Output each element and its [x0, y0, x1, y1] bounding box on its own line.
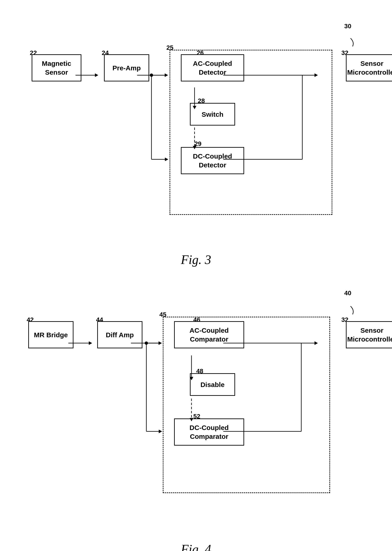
disable-block: Disable [190, 373, 235, 396]
svg-point-4 [150, 73, 153, 77]
fig4-label: Fig. 4 [181, 542, 211, 551]
ac-coupled-comparator-block: AC-Coupled Comparator [174, 321, 244, 348]
switch-block: Switch [190, 103, 235, 126]
magnetic-sensor-block: Magnetic Sensor [32, 54, 81, 81]
fig3-label: Fig. 3 [181, 252, 211, 267]
pre-amp-block: Pre-Amp [104, 54, 149, 81]
svg-marker-20 [159, 342, 162, 345]
sensor-microcontroller-block-3: Sensor Microcontroller [346, 54, 392, 81]
sensor-microcontroller-block-4: Sensor Microcontroller [346, 321, 392, 348]
diff-amp-block: Diff Amp [97, 321, 142, 348]
svg-marker-12 [165, 158, 168, 161]
ac-coupled-detector-block: AC-Coupled Detector [181, 54, 244, 81]
mr-bridge-block: MR Bridge [28, 321, 73, 348]
dc-coupled-comparator-block: DC-Coupled Comparator [174, 418, 244, 445]
svg-marker-29 [159, 430, 162, 433]
figure-3: 30 22 Magnetic Sensor 24 Pre-Amp 25 26 A… [18, 23, 374, 271]
dc-coupled-detector-block: DC-Coupled Detector [181, 147, 244, 174]
ref-40: 40 [344, 290, 351, 297]
svg-marker-1 [95, 73, 98, 77]
svg-marker-3 [165, 73, 168, 77]
page: 30 22 Magnetic Sensor 24 Pre-Amp 25 26 A… [0, 0, 392, 551]
svg-marker-18 [89, 342, 92, 345]
figure-4: 40 42 MR Bridge 44 Diff Amp 45 46 AC-Cou… [18, 290, 374, 551]
svg-point-21 [145, 342, 148, 345]
ref-30: 30 [344, 23, 351, 30]
ref-29: 29 [194, 140, 201, 148]
